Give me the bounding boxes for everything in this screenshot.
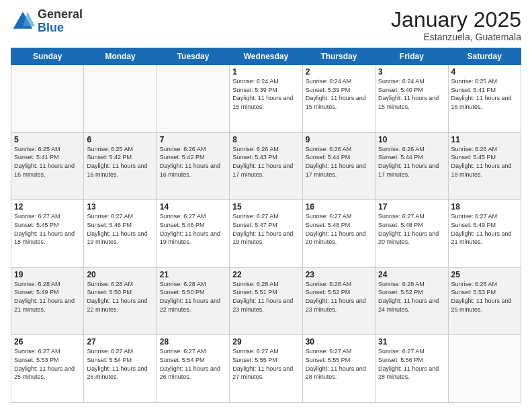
header: General Blue January 2025 Estanzuela, Gu…	[11, 8, 521, 42]
calendar-cell: 7Sunrise: 6:26 AM Sunset: 5:42 PM Daylig…	[157, 132, 229, 200]
day-number: 24	[378, 270, 445, 279]
day-info: Sunrise: 6:28 AM Sunset: 5:53 PM Dayligh…	[451, 280, 518, 314]
calendar-cell: 18Sunrise: 6:27 AM Sunset: 5:49 PM Dayli…	[448, 200, 521, 268]
day-number: 2	[306, 67, 372, 77]
calendar-table: SundayMondayTuesdayWednesdayThursdayFrid…	[11, 48, 521, 403]
day-number: 9	[306, 135, 372, 144]
calendar-cell: 11Sunrise: 6:26 AM Sunset: 5:45 PM Dayli…	[448, 132, 521, 200]
day-number: 17	[378, 202, 445, 212]
logo-general-text: General	[38, 8, 83, 21]
week-row-5: 26Sunrise: 6:27 AM Sunset: 5:53 PM Dayli…	[11, 335, 521, 403]
day-number: 27	[87, 337, 153, 347]
day-info: Sunrise: 6:28 AM Sunset: 5:51 PM Dayligh…	[232, 280, 299, 314]
calendar-cell: 23Sunrise: 6:28 AM Sunset: 5:52 PM Dayli…	[302, 267, 375, 335]
calendar-cell: 17Sunrise: 6:27 AM Sunset: 5:48 PM Dayli…	[375, 200, 448, 268]
day-info: Sunrise: 6:26 AM Sunset: 5:44 PM Dayligh…	[306, 145, 372, 179]
day-number: 11	[451, 135, 518, 144]
weekday-header-monday: Monday	[84, 48, 157, 65]
day-number: 25	[451, 270, 518, 279]
day-number: 18	[451, 202, 518, 212]
logo-blue-text: Blue	[38, 21, 83, 35]
day-info: Sunrise: 6:27 AM Sunset: 5:53 PM Dayligh…	[14, 347, 81, 381]
calendar-cell: 24Sunrise: 6:28 AM Sunset: 5:52 PM Dayli…	[375, 267, 448, 335]
day-number: 26	[14, 337, 81, 347]
weekday-header-thursday: Thursday	[302, 48, 375, 65]
location: Estanzuela, Guatemala	[391, 32, 521, 42]
logo-icon	[11, 9, 35, 34]
logo-text: General Blue	[38, 8, 83, 35]
calendar-cell: 25Sunrise: 6:28 AM Sunset: 5:53 PM Dayli…	[448, 267, 521, 335]
day-info: Sunrise: 6:27 AM Sunset: 5:46 PM Dayligh…	[87, 212, 153, 246]
weekday-header-friday: Friday	[375, 48, 448, 65]
week-row-2: 5Sunrise: 6:25 AM Sunset: 5:41 PM Daylig…	[11, 132, 521, 200]
day-info: Sunrise: 6:28 AM Sunset: 5:49 PM Dayligh…	[14, 280, 81, 314]
day-info: Sunrise: 6:27 AM Sunset: 5:49 PM Dayligh…	[451, 212, 518, 246]
day-number: 12	[14, 202, 81, 212]
calendar-cell	[11, 65, 84, 133]
weekday-header-row: SundayMondayTuesdayWednesdayThursdayFrid…	[11, 48, 521, 65]
calendar-cell: 10Sunrise: 6:26 AM Sunset: 5:44 PM Dayli…	[375, 132, 448, 200]
day-number: 14	[160, 202, 226, 212]
calendar-cell: 27Sunrise: 6:27 AM Sunset: 5:54 PM Dayli…	[84, 335, 157, 403]
day-number: 16	[306, 202, 372, 212]
weekday-header-tuesday: Tuesday	[157, 48, 229, 65]
day-number: 23	[306, 270, 372, 279]
logo: General Blue	[11, 8, 83, 35]
calendar-cell: 28Sunrise: 6:27 AM Sunset: 5:54 PM Dayli…	[157, 335, 229, 403]
day-number: 20	[87, 270, 153, 279]
day-number: 31	[378, 337, 445, 347]
week-row-3: 12Sunrise: 6:27 AM Sunset: 5:45 PM Dayli…	[11, 200, 521, 268]
title-block: January 2025 Estanzuela, Guatemala	[391, 8, 521, 42]
day-info: Sunrise: 6:27 AM Sunset: 5:55 PM Dayligh…	[306, 347, 372, 381]
calendar-cell: 14Sunrise: 6:27 AM Sunset: 5:46 PM Dayli…	[157, 200, 229, 268]
day-number: 1	[232, 67, 299, 77]
day-info: Sunrise: 6:24 AM Sunset: 5:39 PM Dayligh…	[306, 77, 372, 111]
calendar-cell: 2Sunrise: 6:24 AM Sunset: 5:39 PM Daylig…	[302, 65, 375, 133]
calendar-cell: 4Sunrise: 6:25 AM Sunset: 5:41 PM Daylig…	[448, 65, 521, 133]
calendar-cell: 12Sunrise: 6:27 AM Sunset: 5:45 PM Dayli…	[11, 200, 84, 268]
day-number: 22	[232, 270, 299, 279]
calendar-cell: 20Sunrise: 6:28 AM Sunset: 5:50 PM Dayli…	[84, 267, 157, 335]
week-row-4: 19Sunrise: 6:28 AM Sunset: 5:49 PM Dayli…	[11, 267, 521, 335]
calendar-cell: 16Sunrise: 6:27 AM Sunset: 5:48 PM Dayli…	[302, 200, 375, 268]
day-info: Sunrise: 6:27 AM Sunset: 5:54 PM Dayligh…	[160, 347, 226, 381]
day-info: Sunrise: 6:25 AM Sunset: 5:41 PM Dayligh…	[451, 77, 518, 111]
day-info: Sunrise: 6:28 AM Sunset: 5:50 PM Dayligh…	[87, 280, 153, 314]
month-title: January 2025	[391, 8, 521, 32]
day-info: Sunrise: 6:26 AM Sunset: 5:42 PM Dayligh…	[160, 145, 226, 179]
calendar-cell: 31Sunrise: 6:27 AM Sunset: 5:56 PM Dayli…	[375, 335, 448, 403]
day-info: Sunrise: 6:26 AM Sunset: 5:44 PM Dayligh…	[378, 145, 445, 179]
day-number: 15	[232, 202, 299, 212]
weekday-header-saturday: Saturday	[448, 48, 521, 65]
day-info: Sunrise: 6:28 AM Sunset: 5:52 PM Dayligh…	[306, 280, 372, 314]
day-number: 19	[14, 270, 81, 279]
day-number: 5	[14, 135, 81, 144]
day-number: 4	[451, 67, 518, 77]
day-number: 6	[87, 135, 153, 144]
day-info: Sunrise: 6:25 AM Sunset: 5:42 PM Dayligh…	[87, 145, 153, 179]
calendar-cell: 1Sunrise: 6:24 AM Sunset: 5:39 PM Daylig…	[230, 65, 302, 133]
day-info: Sunrise: 6:26 AM Sunset: 5:43 PM Dayligh…	[232, 145, 299, 179]
day-info: Sunrise: 6:24 AM Sunset: 5:40 PM Dayligh…	[378, 77, 445, 111]
calendar-cell: 19Sunrise: 6:28 AM Sunset: 5:49 PM Dayli…	[11, 267, 84, 335]
day-number: 21	[160, 270, 226, 279]
weekday-header-wednesday: Wednesday	[230, 48, 302, 65]
calendar-cell: 30Sunrise: 6:27 AM Sunset: 5:55 PM Dayli…	[302, 335, 375, 403]
calendar-cell: 13Sunrise: 6:27 AM Sunset: 5:46 PM Dayli…	[84, 200, 157, 268]
day-number: 28	[160, 337, 226, 347]
day-info: Sunrise: 6:28 AM Sunset: 5:52 PM Dayligh…	[378, 280, 445, 314]
calendar-cell: 15Sunrise: 6:27 AM Sunset: 5:47 PM Dayli…	[230, 200, 302, 268]
day-info: Sunrise: 6:25 AM Sunset: 5:41 PM Dayligh…	[14, 145, 81, 179]
day-number: 7	[160, 135, 226, 144]
day-number: 8	[232, 135, 299, 144]
calendar-cell: 22Sunrise: 6:28 AM Sunset: 5:51 PM Dayli…	[230, 267, 302, 335]
day-number: 10	[378, 135, 445, 144]
calendar-cell: 9Sunrise: 6:26 AM Sunset: 5:44 PM Daylig…	[302, 132, 375, 200]
day-info: Sunrise: 6:27 AM Sunset: 5:55 PM Dayligh…	[232, 347, 299, 381]
calendar-cell	[84, 65, 157, 133]
page: General Blue January 2025 Estanzuela, Gu…	[0, 0, 532, 411]
day-info: Sunrise: 6:27 AM Sunset: 5:45 PM Dayligh…	[14, 212, 81, 246]
day-info: Sunrise: 6:27 AM Sunset: 5:46 PM Dayligh…	[160, 212, 226, 246]
day-info: Sunrise: 6:27 AM Sunset: 5:48 PM Dayligh…	[378, 212, 445, 246]
calendar-cell: 29Sunrise: 6:27 AM Sunset: 5:55 PM Dayli…	[230, 335, 302, 403]
